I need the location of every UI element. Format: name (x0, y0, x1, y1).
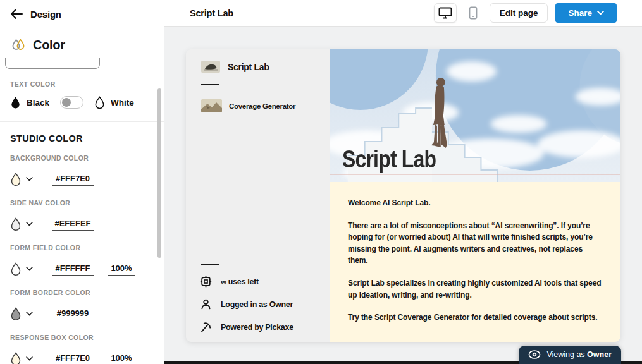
chevron-down-icon (26, 312, 33, 316)
chevron-down-icon (26, 356, 33, 361)
form-border-color-swatch-button[interactable] (10, 307, 42, 320)
color-swatch-droplet-icon (10, 307, 22, 320)
app-logo-image (201, 61, 220, 73)
response-box-opacity-input[interactable] (108, 352, 135, 364)
eye-icon (528, 350, 541, 359)
black-droplet-icon (10, 96, 21, 109)
chevron-down-icon (26, 222, 33, 226)
welcome-text-block: Welcome AI Script Lab. There are a lot o… (330, 182, 620, 342)
preview-sidenav-footer: ∞ uses left Logged in as Owner (186, 252, 330, 333)
viewing-badge-text: Viewing as Owner (546, 350, 612, 359)
side-nav-color-label: SIDE NAV COLOR (10, 199, 154, 207)
text-color-label: TEXT COLOR (10, 80, 154, 88)
app-window: Design Color TEXT COLOR Black (0, 0, 642, 364)
chevron-down-icon (26, 267, 33, 271)
coverage-generator-thumbnail (201, 99, 222, 112)
desktop-view-button[interactable] (434, 3, 457, 23)
response-box-color-hex-input[interactable] (52, 352, 94, 364)
form-border-color-hex-input[interactable] (52, 307, 94, 320)
design-sidebar: Design Color TEXT COLOR Black (0, 0, 164, 364)
response-box-color-swatch-button[interactable] (10, 352, 42, 364)
user-icon (200, 298, 212, 310)
chevron-down-icon (26, 177, 33, 181)
preview-divider (201, 84, 219, 85)
divider (0, 121, 164, 122)
nav-item-label: Coverage Generator (229, 102, 295, 110)
back-arrow-icon (10, 9, 23, 19)
color-swatch-droplet-icon (10, 262, 22, 276)
color-droplets-icon (10, 37, 27, 52)
color-section-title: Color (33, 38, 65, 52)
share-button[interactable]: Share (555, 3, 617, 23)
form-field-opacity-input[interactable] (108, 262, 135, 276)
studio-color-title: STUDIO COLOR (10, 133, 154, 143)
mobile-icon (469, 6, 478, 20)
design-title: Design (30, 9, 61, 20)
design-sidebar-scroll: TEXT COLOR Black White STUDIO COLOR BACK… (0, 58, 164, 364)
hero-banner: Script Lab (330, 49, 620, 182)
preview-sidenav: Script Lab Coverage Generator (186, 49, 330, 342)
main-area: Script Lab Edit page Share (164, 0, 642, 364)
pickaxe-icon (200, 321, 212, 333)
side-nav-color-swatch-button[interactable] (10, 217, 42, 231)
color-section-header: Color (0, 27, 164, 58)
sidebar-scrollbar[interactable] (157, 88, 161, 258)
uses-left-label: ∞ uses left (221, 277, 259, 286)
powered-by-label: Powered by Pickaxe (221, 323, 293, 332)
toggle-knob (62, 98, 71, 107)
hero-title: Script Lab (342, 145, 436, 173)
text-color-toggle[interactable] (60, 96, 83, 109)
welcome-paragraph: Welcome AI Script Lab. (348, 197, 603, 209)
misconceptions-paragraph: There are a lot of misconceptions about … (348, 220, 603, 267)
viewing-as-owner-badge[interactable]: Viewing as Owner (519, 346, 621, 364)
response-box-color-row (10, 349, 154, 364)
chevron-down-icon (597, 11, 604, 15)
color-swatch-droplet-icon (10, 352, 22, 364)
logged-in-row: Logged in as Owner (186, 298, 330, 310)
background-color-label: BACKGROUND COLOR (10, 154, 154, 162)
nav-item-coverage-generator[interactable]: Coverage Generator (186, 99, 330, 112)
form-field-color-hex-input[interactable] (52, 262, 94, 276)
design-sidebar-header: Design (0, 0, 164, 27)
mobile-view-button[interactable] (462, 3, 485, 23)
preview-content: Script Lab Welcome AI Script Lab. There … (330, 49, 620, 342)
form-border-color-label: FORM BORDER COLOR (10, 289, 154, 296)
preview-app-header[interactable]: Script Lab (186, 61, 330, 73)
background-color-row (10, 169, 154, 188)
page-title: Script Lab (190, 8, 233, 18)
preview-canvas: Script Lab Coverage Generator (164, 27, 642, 364)
try-coverage-paragraph: Try the Script Coverage Generator for de… (348, 312, 603, 324)
form-field-color-row (10, 259, 154, 278)
form-field-color-swatch-button[interactable] (10, 262, 42, 276)
white-option-label: White (111, 98, 134, 107)
main-header: Script Lab Edit page Share (164, 0, 642, 27)
color-swatch-droplet-icon (10, 217, 22, 231)
form-border-color-row (10, 304, 154, 323)
desktop-icon (438, 7, 452, 19)
black-option-label: Black (27, 98, 49, 107)
side-nav-color-row (10, 214, 154, 233)
logged-in-label: Logged in as Owner (221, 300, 293, 309)
header-actions: Edit page Share (434, 3, 617, 23)
partial-input-clip (5, 58, 101, 70)
form-field-color-label: FORM FIELD COLOR (10, 244, 154, 252)
preview-divider (201, 264, 219, 265)
edit-page-button[interactable]: Edit page (490, 3, 548, 23)
background-color-swatch-button[interactable] (10, 173, 42, 186)
color-swatch-droplet-icon (10, 173, 22, 186)
partially-scrolled-input[interactable] (5, 58, 100, 69)
uses-icon (200, 276, 212, 288)
back-button[interactable] (10, 9, 23, 19)
share-button-label: Share (568, 8, 592, 18)
text-color-row: Black White (10, 96, 154, 109)
response-box-color-label: RESPONSE BOX COLOR (10, 334, 154, 341)
side-nav-color-hex-input[interactable] (52, 217, 94, 231)
background-color-hex-input[interactable] (52, 173, 94, 186)
preview-card: Script Lab Coverage Generator (186, 49, 620, 342)
specializes-paragraph: Script Lab specializes in creating highl… (348, 277, 603, 301)
powered-by-row[interactable]: Powered by Pickaxe (186, 321, 330, 333)
white-droplet-icon (94, 96, 105, 109)
uses-left-row: ∞ uses left (186, 276, 330, 288)
preview-app-title: Script Lab (228, 62, 269, 72)
